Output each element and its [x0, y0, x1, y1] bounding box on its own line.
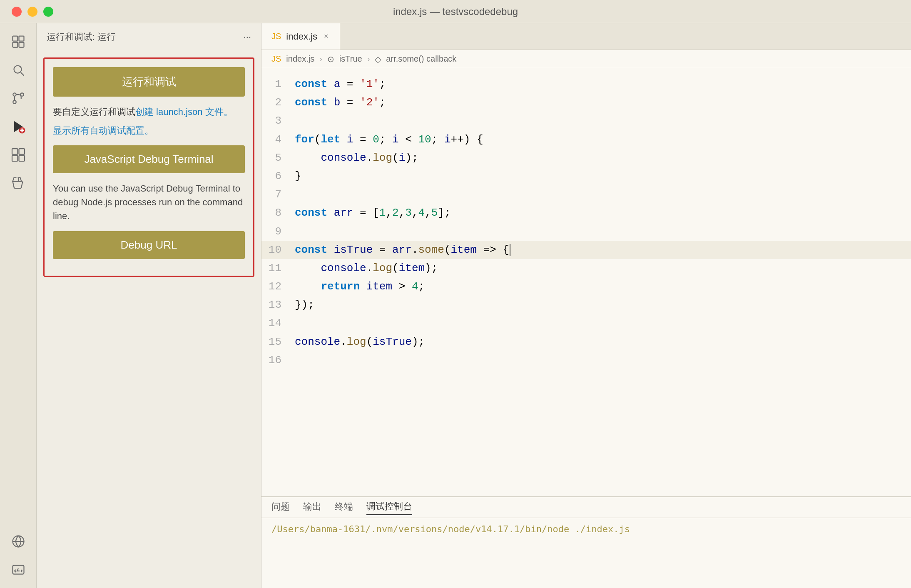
breadcrumb-fn[interactable]: arr.some() callback — [386, 54, 456, 64]
tab-output[interactable]: 输出 — [303, 501, 321, 515]
tab-close-button[interactable]: × — [322, 31, 330, 42]
svg-rect-14 — [19, 149, 25, 154]
table-row: 7 — [261, 185, 911, 204]
debug-description-text: 要自定义运行和调试 — [53, 107, 135, 117]
table-row: 16 — [261, 351, 911, 369]
sidebar: 运行和调试: 运行 ··· 运行和调试 要自定义运行和调试创建 launch.j… — [37, 23, 261, 588]
js-debug-description: You can use the JavaScript Debug Termina… — [53, 182, 245, 223]
show-all-configs-link[interactable]: 显示所有自动调试配置。 — [53, 125, 245, 137]
titlebar: index.js — testvscodedebug — [0, 0, 911, 23]
terminal-panel: 问题 输出 终端 调试控制台 /Users/banma-1631/.nvm/ve… — [261, 496, 911, 588]
svg-rect-19 — [12, 566, 24, 574]
maximize-button[interactable] — [43, 7, 53, 17]
debug-panel: 运行和调试 要自定义运行和调试创建 launch.json 文件。 显示所有自动… — [43, 57, 254, 277]
sidebar-title: 运行和调试: 运行 — [47, 31, 116, 43]
table-row: 9 — [261, 222, 911, 241]
table-row: 6 } — [261, 167, 911, 185]
svg-rect-3 — [19, 42, 24, 47]
svg-rect-16 — [19, 156, 25, 162]
tab-label: index.js — [286, 31, 317, 42]
svg-point-6 — [13, 93, 16, 96]
breadcrumb-js-icon: JS — [271, 54, 281, 64]
code-editor[interactable]: 1 const a = '1'; 2 const b = '2'; 3 4 fo… — [261, 68, 911, 496]
close-button[interactable] — [12, 7, 22, 17]
table-row: 8 const arr = [1,2,3,4,5]; — [261, 204, 911, 222]
svg-rect-15 — [12, 156, 18, 162]
svg-rect-0 — [12, 36, 17, 41]
table-row: 11 console.log(item); — [261, 259, 911, 277]
tab-debug-console[interactable]: 调试控制台 — [366, 500, 412, 515]
breadcrumb-file[interactable]: index.js — [286, 54, 314, 64]
tab-terminal[interactable]: 终端 — [335, 501, 353, 515]
remote-icon[interactable] — [7, 530, 30, 553]
table-row: 5 console.log(i); — [261, 149, 911, 167]
debug-url-button[interactable]: Debug URL — [53, 231, 245, 259]
terminal-path: /Users/banma-1631/.nvm/versions/node/v14… — [271, 524, 630, 534]
svg-point-8 — [13, 100, 16, 104]
create-launch-json-link[interactable]: 创建 launch.json 文件。 — [135, 107, 233, 117]
extensions-icon[interactable] — [7, 143, 30, 167]
sdk-icon[interactable] — [7, 558, 30, 581]
svg-rect-1 — [19, 36, 24, 41]
svg-line-5 — [21, 72, 24, 76]
tab-indexjs[interactable]: JS index.js × — [261, 23, 340, 50]
app-body: 运行和调试: 运行 ··· 运行和调试 要自定义运行和调试创建 launch.j… — [0, 23, 911, 588]
testing-icon[interactable] — [7, 172, 30, 195]
minimize-button[interactable] — [27, 7, 37, 17]
window-title: index.js — testvscodedebug — [393, 6, 518, 17]
table-row: 1 const a = '1'; — [261, 75, 911, 93]
breadcrumb: JS index.js › ⊙ isTrue › ◇ arr.some() ca… — [261, 50, 911, 68]
table-row: 15 console.log(isTrue); — [261, 333, 911, 351]
table-row: 4 for(let i = 0; i < 10; i++) { — [261, 130, 911, 149]
table-row: 12 return item > 4; — [261, 277, 911, 296]
activity-bar — [0, 23, 37, 588]
window-controls[interactable] — [12, 7, 53, 17]
table-row: 2 const b = '2'; — [261, 93, 911, 112]
table-row: 13 }); — [261, 296, 911, 314]
run-debug-button[interactable]: 运行和调试 — [53, 67, 245, 97]
search-icon[interactable] — [7, 58, 30, 82]
svg-rect-13 — [12, 149, 18, 154]
sidebar-menu-button[interactable]: ··· — [244, 32, 251, 42]
table-row: 14 — [261, 314, 911, 332]
terminal-content: /Users/banma-1631/.nvm/versions/node/v14… — [261, 518, 911, 540]
table-row: 10 const isTrue = arr.some(item => { — [261, 241, 911, 259]
js-debug-terminal-button[interactable]: JavaScript Debug Terminal — [53, 145, 245, 173]
debug-description: 要自定义运行和调试创建 launch.json 文件。 — [53, 105, 245, 119]
editor-area: JS index.js × JS index.js › ⊙ isTrue › ◇… — [261, 23, 911, 588]
breadcrumb-var[interactable]: isTrue — [339, 54, 362, 64]
tab-problems[interactable]: 问题 — [271, 501, 290, 515]
explorer-icon[interactable] — [7, 30, 30, 53]
breadcrumb-var-icon: ⊙ — [327, 54, 334, 64]
source-control-icon[interactable] — [7, 87, 30, 110]
run-debug-icon[interactable] — [7, 115, 30, 138]
table-row: 3 — [261, 112, 911, 130]
sidebar-header: 运行和调试: 运行 ··· — [37, 23, 261, 51]
svg-rect-2 — [12, 42, 17, 47]
breadcrumb-fn-icon: ◇ — [375, 54, 381, 64]
breadcrumb-sep-2: › — [367, 54, 370, 64]
terminal-tab-bar: 问题 输出 终端 调试控制台 — [261, 497, 911, 518]
tab-bar: JS index.js × — [261, 23, 911, 50]
breadcrumb-sep-1: › — [319, 54, 322, 64]
svg-point-4 — [14, 66, 21, 73]
js-file-icon: JS — [271, 32, 281, 41]
